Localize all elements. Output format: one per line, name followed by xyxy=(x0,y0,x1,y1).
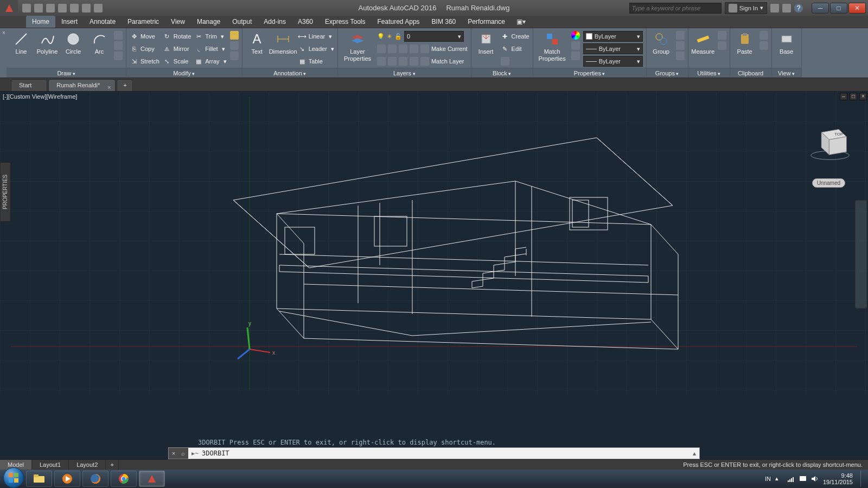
match-layer-button[interactable]: Match Layer xyxy=(431,58,464,65)
line-button[interactable]: Line xyxy=(10,30,33,55)
layout-tab-1[interactable]: Layout1 xyxy=(32,460,69,470)
add-layout-button[interactable]: + xyxy=(106,460,119,470)
copy-clip-icon[interactable] xyxy=(760,41,768,50)
fillet-button[interactable]: ◟Fillet ▾ xyxy=(194,43,226,54)
taskbar-explorer[interactable] xyxy=(26,471,52,487)
mirror-button[interactable]: ⧌Mirror xyxy=(163,43,191,54)
search-input[interactable] xyxy=(629,3,722,14)
group-button[interactable]: Group xyxy=(650,30,673,55)
drawing-area[interactable]: PROPERTIES [-][Custom View][Wireframe] –… xyxy=(0,92,868,447)
tab-insert[interactable]: Insert xyxy=(55,16,84,28)
maximize-button[interactable]: □ xyxy=(830,3,847,14)
tab-bim360[interactable]: BIM 360 xyxy=(426,16,462,28)
viewcube[interactable]: TOP xyxy=(808,121,852,165)
taskbar-firefox[interactable] xyxy=(82,471,108,487)
tab-home[interactable]: Home xyxy=(26,16,55,28)
dimension-button[interactable]: Dimension xyxy=(272,30,295,55)
autodesk360-icon[interactable] xyxy=(782,4,791,12)
make-current-button[interactable]: Make Current xyxy=(431,46,468,52)
circle-button[interactable]: Circle xyxy=(62,30,85,55)
leader-button[interactable]: ↘Leader ▾ xyxy=(298,43,334,54)
table-button[interactable]: ▦Table xyxy=(298,56,334,67)
layer-off-icon[interactable] xyxy=(377,44,386,53)
command-bar-handle[interactable]: ×⌕ xyxy=(169,448,188,459)
color-dropdown[interactable]: ByLayer▾ xyxy=(583,31,643,42)
tab-a360[interactable]: A360 xyxy=(292,16,319,28)
tab-featured-apps[interactable]: Featured Apps xyxy=(372,16,426,28)
layer-iso-icon[interactable] xyxy=(410,44,418,53)
qat-save-icon[interactable] xyxy=(46,4,55,12)
panel-groups-title[interactable]: Groups xyxy=(655,70,679,76)
layer-freeze-icon[interactable] xyxy=(388,44,397,53)
linetype-icon[interactable] xyxy=(571,52,580,60)
copy-button[interactable]: ⎘Copy xyxy=(130,43,159,54)
stretch-button[interactable]: ⇲Stretch xyxy=(130,56,159,67)
show-hidden-icon[interactable]: ▴ xyxy=(775,475,783,483)
tray-clock[interactable]: 9:48 19/11/2015 xyxy=(823,472,856,485)
create-block-button[interactable]: ✚Create xyxy=(501,31,529,42)
qat-undo-icon[interactable] xyxy=(82,4,91,12)
qat-plot-icon[interactable] xyxy=(70,4,79,12)
app-logo[interactable] xyxy=(0,0,18,16)
help-icon[interactable]: ? xyxy=(794,4,803,12)
command-input[interactable] xyxy=(202,450,690,457)
move-button[interactable]: ✥Move xyxy=(130,31,159,42)
cmd-close-icon[interactable]: × xyxy=(172,450,175,457)
select-all-icon[interactable] xyxy=(718,31,726,40)
file-tab-document[interactable]: Rumah Renaldi*× xyxy=(48,79,116,91)
hatch-icon[interactable] xyxy=(114,52,123,60)
view-name-badge[interactable]: Unnamed xyxy=(812,178,845,188)
trim-button[interactable]: ✂Trim ▾ xyxy=(194,31,226,42)
tab-performance[interactable]: Performance xyxy=(462,16,511,28)
file-tab-start[interactable]: Start xyxy=(11,79,47,91)
polyline-button[interactable]: Polyline xyxy=(36,30,59,55)
qat-redo-icon[interactable] xyxy=(94,4,103,12)
tab-express-tools[interactable]: Express Tools xyxy=(319,16,371,28)
rectangle-icon[interactable] xyxy=(114,31,123,40)
offset-icon[interactable] xyxy=(230,52,239,60)
taskbar-chrome[interactable] xyxy=(111,471,137,487)
layer-thaw-icon[interactable] xyxy=(388,57,397,66)
linetype-dropdown[interactable]: ByLayer▾ xyxy=(583,56,643,67)
qat-new-icon[interactable] xyxy=(22,4,31,12)
base-view-button[interactable]: Base xyxy=(775,30,798,55)
rotate-button[interactable]: ↻Rotate xyxy=(163,31,191,42)
explode-icon[interactable] xyxy=(230,41,239,50)
tab-addins[interactable]: Add-ins xyxy=(258,16,292,28)
text-button[interactable]: AText xyxy=(246,30,269,55)
ellipse-icon[interactable] xyxy=(114,41,123,50)
panel-utilities-title[interactable]: Utilities xyxy=(697,70,720,76)
ribbon-collapse-icon[interactable]: × xyxy=(2,30,8,35)
action-center-icon[interactable] xyxy=(799,475,807,483)
start-button[interactable] xyxy=(3,467,24,488)
group-edit-icon[interactable] xyxy=(676,41,685,50)
arc-button[interactable]: Arc xyxy=(88,30,111,55)
measure-button[interactable]: Measure xyxy=(692,30,714,55)
lineweight-dropdown[interactable]: ByLayer▾ xyxy=(583,43,643,54)
tab-manage[interactable]: Manage xyxy=(191,16,226,28)
close-button[interactable]: ✕ xyxy=(848,3,866,14)
match-layer-icon[interactable] xyxy=(420,57,429,66)
taskbar-media-player[interactable] xyxy=(54,471,80,487)
layer-dropdown[interactable]: 💡 ☀ 🔓 0▾ xyxy=(377,31,468,42)
layer-on-icon[interactable] xyxy=(377,57,386,66)
scale-button[interactable]: ⤡Scale xyxy=(163,56,191,67)
layer-lock-icon[interactable] xyxy=(399,44,407,53)
network-icon[interactable] xyxy=(787,475,795,483)
show-desktop-button[interactable] xyxy=(860,471,865,487)
tray-lang[interactable]: IN xyxy=(765,476,771,482)
make-current-icon[interactable] xyxy=(420,44,429,53)
exchange-icon[interactable] xyxy=(770,4,779,12)
group-bbox-icon[interactable] xyxy=(676,52,685,60)
taskbar-autocad[interactable] xyxy=(139,471,165,487)
ungroup-icon[interactable] xyxy=(676,31,685,40)
panel-properties-title[interactable]: Properties xyxy=(574,70,605,76)
insert-button[interactable]: Insert xyxy=(475,30,497,55)
layer-unlock-icon[interactable] xyxy=(399,57,407,66)
layer-uniso-icon[interactable] xyxy=(410,57,418,66)
tab-annotate[interactable]: Annotate xyxy=(84,16,122,28)
lineweight-icon[interactable] xyxy=(571,41,580,50)
layout-tab-2[interactable]: Layout2 xyxy=(69,460,106,470)
erase-icon[interactable] xyxy=(230,31,239,40)
array-button[interactable]: ▦Array ▾ xyxy=(194,56,226,67)
